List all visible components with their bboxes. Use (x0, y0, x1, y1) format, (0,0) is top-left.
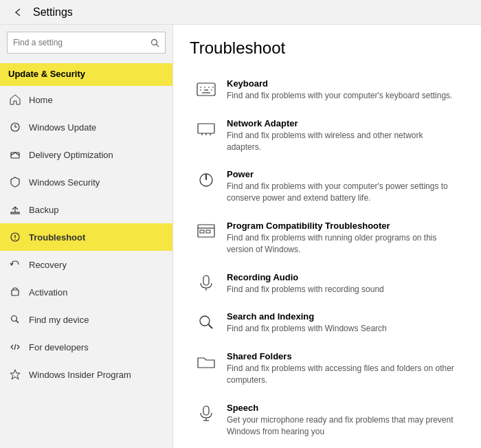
svg-point-0 (152, 39, 157, 45)
sidebar-item-label-home: Home (29, 95, 53, 105)
sidebar-item-label-activation: Activation (29, 287, 67, 298)
sidebar-item-label-find-my-device: Find my device (29, 315, 89, 325)
sidebar-item-delivery-optimization[interactable]: Delivery Optimization (0, 141, 172, 168)
troubleshoot-item-recording-audio[interactable]: Recording AudioFind and fix problems wit… (190, 265, 465, 302)
troubleshoot-item-power[interactable]: PowerFind and fix problems with your com… (190, 162, 465, 211)
troubleshoot-item-speech[interactable]: SpeechGet your microphone ready and fix … (190, 396, 465, 445)
svg-point-8 (14, 238, 16, 240)
home-icon (8, 93, 22, 107)
shared-folders-description: Find and fix problems with accessing fil… (227, 363, 459, 386)
dev-icon (8, 340, 22, 354)
search-indexing-icon (195, 311, 217, 333)
sidebar-item-label-backup: Backup (29, 205, 58, 215)
sidebar-item-label-recovery: Recovery (29, 260, 67, 270)
program-compatibility-description: Find and fix problems with running older… (227, 232, 459, 256)
troubleshoot-items-list: KeyboardFind and fix problems with your … (190, 71, 465, 448)
page-title: Troubleshoot (190, 38, 465, 58)
sidebar-item-activation[interactable]: Activation (0, 278, 172, 306)
program-compatibility-icon (195, 221, 217, 243)
svg-line-11 (16, 321, 19, 324)
search-box[interactable] (7, 32, 166, 54)
svg-rect-22 (198, 124, 214, 133)
svg-rect-30 (200, 230, 204, 233)
svg-line-12 (14, 344, 16, 350)
sidebar-item-label-windows-insider: Windows Insider Program (29, 370, 131, 380)
shield-icon (8, 175, 22, 189)
shared-folders-text: Shared FoldersFind and fix problems with… (227, 351, 459, 386)
sidebar-item-label-troubleshoot: Troubleshoot (29, 232, 85, 243)
backup-icon (8, 203, 22, 216)
main-container: Update & Security HomeWindows UpdateDeli… (0, 25, 481, 448)
svg-line-35 (209, 325, 213, 329)
svg-rect-32 (203, 276, 209, 285)
search-indexing-description: Find and fix problems with Windows Searc… (227, 323, 459, 335)
svg-rect-9 (12, 290, 19, 295)
nav-items-list: HomeWindows UpdateDelivery OptimizationW… (0, 86, 172, 388)
recording-audio-icon (195, 272, 217, 294)
recording-audio-title: Recording Audio (227, 272, 459, 282)
recovery-icon (8, 258, 22, 271)
power-description: Find and fix problems with your computer… (227, 181, 459, 204)
power-text: PowerFind and fix problems with your com… (227, 169, 459, 204)
svg-rect-31 (206, 230, 210, 233)
search-icon (150, 38, 159, 47)
troubleshoot-item-keyboard[interactable]: KeyboardFind and fix problems with your … (190, 71, 465, 109)
speech-icon (195, 403, 217, 425)
shared-folders-icon (195, 351, 217, 373)
sidebar-item-label-windows-security: Windows Security (29, 177, 100, 188)
insider-icon (8, 368, 22, 381)
troubleshoot-item-search-indexing[interactable]: Search and IndexingFind and fix problems… (190, 304, 465, 341)
program-compatibility-title: Program Compatibility Troubleshooter (227, 221, 459, 231)
search-input[interactable] (13, 38, 150, 47)
troubleshoot-item-shared-folders[interactable]: Shared FoldersFind and fix problems with… (190, 344, 465, 393)
back-button[interactable] (8, 3, 27, 22)
troubleshoot-icon (8, 230, 22, 244)
svg-point-34 (200, 316, 210, 326)
sidebar-item-windows-update[interactable]: Windows Update (0, 113, 172, 141)
sidebar-item-backup[interactable]: Backup (0, 196, 172, 223)
program-compatibility-text: Program Compatibility TroubleshooterFind… (227, 221, 459, 256)
titlebar-title: Settings (33, 6, 73, 19)
sidebar-item-for-developers[interactable]: For developers (0, 333, 172, 361)
search-indexing-text: Search and IndexingFind and fix problems… (227, 311, 459, 335)
find-icon (8, 313, 22, 326)
svg-rect-5 (11, 212, 19, 214)
sidebar-item-home[interactable]: Home (0, 86, 172, 113)
power-icon (195, 169, 217, 191)
svg-rect-3 (11, 153, 19, 158)
network-adapter-text: Network AdapterFind and fix problems wit… (227, 118, 459, 153)
sidebar-item-troubleshoot[interactable]: Troubleshoot (0, 223, 172, 251)
keyboard-icon (195, 78, 217, 100)
troubleshoot-item-program-compatibility[interactable]: Program Compatibility TroubleshooterFind… (190, 214, 465, 262)
activation-icon (8, 285, 22, 299)
sidebar-item-label-for-developers: For developers (29, 342, 89, 352)
network-adapter-title: Network Adapter (227, 118, 459, 128)
sidebar-item-windows-security[interactable]: Windows Security (0, 168, 172, 196)
shared-folders-title: Shared Folders (227, 351, 459, 361)
keyboard-description: Find and fix problems with your computer… (227, 90, 459, 102)
sidebar: Update & Security HomeWindows UpdateDeli… (0, 25, 173, 448)
recording-audio-description: Find and fix problems with recording sou… (227, 284, 459, 295)
power-title: Power (227, 169, 459, 179)
section-header: Update & Security (0, 63, 172, 86)
sidebar-item-label-windows-update: Windows Update (29, 122, 96, 133)
keyboard-title: Keyboard (227, 78, 459, 89)
recording-audio-text: Recording AudioFind and fix problems wit… (227, 272, 459, 295)
svg-rect-36 (203, 406, 209, 415)
network-adapter-description: Find and fix problems with wireless and … (227, 130, 459, 153)
troubleshoot-item-network-adapter[interactable]: Network AdapterFind and fix problems wit… (190, 111, 465, 160)
sidebar-item-recovery[interactable]: Recovery (0, 251, 172, 278)
speech-title: Speech (227, 403, 459, 413)
sidebar-item-find-my-device[interactable]: Find my device (0, 306, 172, 333)
update-icon (8, 120, 22, 134)
sidebar-item-windows-insider[interactable]: Windows Insider Program (0, 361, 172, 388)
sidebar-item-label-delivery-optimization: Delivery Optimization (29, 150, 113, 160)
titlebar: Settings (0, 0, 481, 25)
search-indexing-title: Search and Indexing (227, 311, 459, 322)
svg-point-10 (12, 316, 17, 322)
svg-rect-13 (197, 83, 215, 96)
svg-line-1 (157, 44, 159, 47)
network-adapter-icon (195, 118, 217, 140)
content-area: Troubleshoot KeyboardFind and fix proble… (173, 25, 481, 448)
speech-text: SpeechGet your microphone ready and fix … (227, 403, 459, 438)
